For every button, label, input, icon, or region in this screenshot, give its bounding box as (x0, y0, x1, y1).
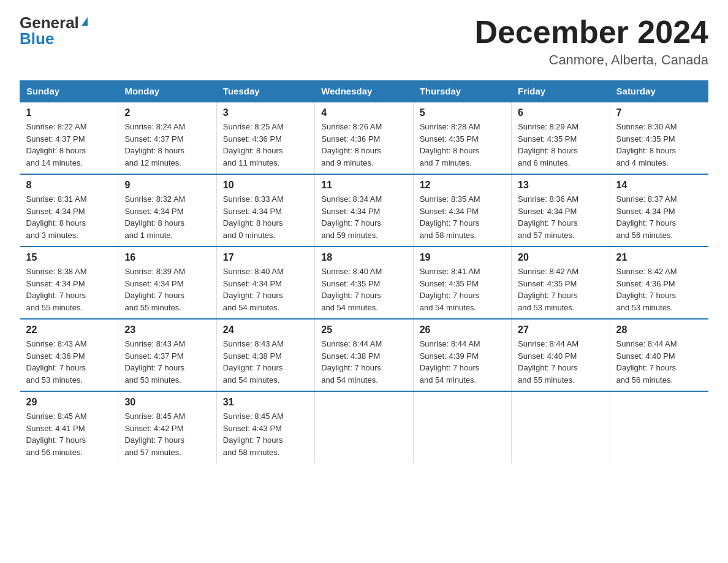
calendar-cell: 2Sunrise: 8:24 AM Sunset: 4:37 PM Daylig… (118, 102, 216, 174)
day-info: Sunrise: 8:40 AM Sunset: 4:34 PM Dayligh… (223, 266, 308, 313)
day-number: 2 (124, 107, 210, 118)
day-number: 22 (26, 324, 112, 335)
day-info: Sunrise: 8:30 AM Sunset: 4:35 PM Dayligh… (616, 121, 702, 169)
calendar-cell: 9Sunrise: 8:32 AM Sunset: 4:34 PM Daylig… (118, 174, 216, 247)
header-cell-tuesday: Tuesday (216, 81, 314, 102)
day-info: Sunrise: 8:37 AM Sunset: 4:34 PM Dayligh… (616, 193, 702, 241)
day-info: Sunrise: 8:22 AM Sunset: 4:37 PM Dayligh… (26, 121, 112, 169)
day-number: 25 (321, 324, 406, 335)
page-header: General Blue December 2024 Canmore, Albe… (20, 15, 708, 68)
week-row-1: 1Sunrise: 8:22 AM Sunset: 4:37 PM Daylig… (20, 102, 708, 174)
calendar-cell: 5Sunrise: 8:28 AM Sunset: 4:35 PM Daylig… (413, 102, 511, 174)
calendar-cell: 18Sunrise: 8:40 AM Sunset: 4:35 PM Dayli… (315, 247, 413, 319)
header-cell-monday: Monday (118, 81, 216, 102)
day-info: Sunrise: 8:34 AM Sunset: 4:34 PM Dayligh… (321, 193, 406, 241)
day-number: 12 (420, 180, 505, 191)
logo-blue-text: Blue (20, 31, 54, 47)
day-info: Sunrise: 8:39 AM Sunset: 4:34 PM Dayligh… (124, 266, 210, 313)
week-row-4: 22Sunrise: 8:43 AM Sunset: 4:36 PM Dayli… (20, 319, 708, 391)
day-number: 18 (321, 252, 406, 263)
calendar-cell: 10Sunrise: 8:33 AM Sunset: 4:34 PM Dayli… (216, 174, 314, 247)
calendar-cell: 26Sunrise: 8:44 AM Sunset: 4:39 PM Dayli… (413, 319, 511, 391)
main-title: December 2024 (474, 15, 708, 50)
day-number: 1 (26, 107, 112, 118)
calendar-cell: 11Sunrise: 8:34 AM Sunset: 4:34 PM Dayli… (315, 174, 413, 247)
day-number: 3 (223, 107, 308, 118)
day-info: Sunrise: 8:43 AM Sunset: 4:38 PM Dayligh… (223, 338, 308, 386)
calendar-cell: 30Sunrise: 8:45 AM Sunset: 4:42 PM Dayli… (118, 391, 216, 463)
calendar-cell (413, 391, 511, 463)
day-number: 29 (26, 397, 112, 408)
calendar-cell: 13Sunrise: 8:36 AM Sunset: 4:34 PM Dayli… (512, 174, 610, 247)
day-info: Sunrise: 8:45 AM Sunset: 4:43 PM Dayligh… (223, 410, 308, 458)
day-number: 30 (124, 397, 210, 408)
day-number: 7 (616, 107, 702, 118)
header-cell-wednesday: Wednesday (315, 81, 413, 102)
calendar-cell: 20Sunrise: 8:42 AM Sunset: 4:35 PM Dayli… (512, 247, 610, 319)
calendar-cell: 28Sunrise: 8:44 AM Sunset: 4:40 PM Dayli… (610, 319, 708, 391)
day-info: Sunrise: 8:38 AM Sunset: 4:34 PM Dayligh… (26, 266, 112, 313)
calendar-cell: 17Sunrise: 8:40 AM Sunset: 4:34 PM Dayli… (216, 247, 314, 319)
day-number: 6 (518, 107, 603, 118)
calendar-cell: 1Sunrise: 8:22 AM Sunset: 4:37 PM Daylig… (20, 102, 118, 174)
day-info: Sunrise: 8:25 AM Sunset: 4:36 PM Dayligh… (223, 121, 308, 169)
day-info: Sunrise: 8:45 AM Sunset: 4:42 PM Dayligh… (124, 410, 210, 458)
week-row-5: 29Sunrise: 8:45 AM Sunset: 4:41 PM Dayli… (20, 391, 708, 463)
calendar-cell: 27Sunrise: 8:44 AM Sunset: 4:40 PM Dayli… (512, 319, 610, 391)
day-info: Sunrise: 8:35 AM Sunset: 4:34 PM Dayligh… (420, 193, 505, 241)
day-info: Sunrise: 8:41 AM Sunset: 4:35 PM Dayligh… (420, 266, 505, 313)
day-info: Sunrise: 8:40 AM Sunset: 4:35 PM Dayligh… (321, 266, 406, 313)
calendar-cell: 25Sunrise: 8:44 AM Sunset: 4:38 PM Dayli… (315, 319, 413, 391)
day-number: 20 (518, 252, 603, 263)
day-info: Sunrise: 8:29 AM Sunset: 4:35 PM Dayligh… (518, 121, 603, 169)
calendar-cell: 24Sunrise: 8:43 AM Sunset: 4:38 PM Dayli… (216, 319, 314, 391)
day-info: Sunrise: 8:36 AM Sunset: 4:34 PM Dayligh… (518, 193, 603, 241)
day-info: Sunrise: 8:44 AM Sunset: 4:38 PM Dayligh… (321, 338, 406, 386)
calendar-cell: 7Sunrise: 8:30 AM Sunset: 4:35 PM Daylig… (610, 102, 708, 174)
header-cell-saturday: Saturday (610, 81, 708, 102)
day-number: 24 (223, 324, 308, 335)
day-info: Sunrise: 8:33 AM Sunset: 4:34 PM Dayligh… (223, 193, 308, 241)
day-number: 11 (321, 180, 406, 191)
title-block: December 2024 Canmore, Alberta, Canada (474, 15, 708, 68)
day-info: Sunrise: 8:43 AM Sunset: 4:37 PM Dayligh… (124, 338, 210, 386)
day-info: Sunrise: 8:44 AM Sunset: 4:40 PM Dayligh… (518, 338, 603, 386)
day-number: 26 (420, 324, 505, 335)
calendar-cell: 3Sunrise: 8:25 AM Sunset: 4:36 PM Daylig… (216, 102, 314, 174)
day-info: Sunrise: 8:28 AM Sunset: 4:35 PM Dayligh… (420, 121, 505, 169)
day-info: Sunrise: 8:42 AM Sunset: 4:36 PM Dayligh… (616, 266, 702, 313)
subtitle: Canmore, Alberta, Canada (474, 52, 708, 68)
day-info: Sunrise: 8:26 AM Sunset: 4:36 PM Dayligh… (321, 121, 406, 169)
calendar-cell: 21Sunrise: 8:42 AM Sunset: 4:36 PM Dayli… (610, 247, 708, 319)
day-info: Sunrise: 8:31 AM Sunset: 4:34 PM Dayligh… (26, 193, 112, 241)
day-info: Sunrise: 8:44 AM Sunset: 4:39 PM Dayligh… (420, 338, 505, 386)
header-cell-sunday: Sunday (20, 81, 118, 102)
day-number: 17 (223, 252, 308, 263)
day-info: Sunrise: 8:42 AM Sunset: 4:35 PM Dayligh… (518, 266, 603, 313)
calendar-cell: 19Sunrise: 8:41 AM Sunset: 4:35 PM Dayli… (413, 247, 511, 319)
calendar-cell: 31Sunrise: 8:45 AM Sunset: 4:43 PM Dayli… (216, 391, 314, 463)
logo: General Blue (20, 15, 88, 47)
calendar-cell: 23Sunrise: 8:43 AM Sunset: 4:37 PM Dayli… (118, 319, 216, 391)
calendar-cell: 22Sunrise: 8:43 AM Sunset: 4:36 PM Dayli… (20, 319, 118, 391)
calendar-header-row: SundayMondayTuesdayWednesdayThursdayFrid… (20, 81, 708, 102)
calendar-cell: 29Sunrise: 8:45 AM Sunset: 4:41 PM Dayli… (20, 391, 118, 463)
day-number: 10 (223, 180, 308, 191)
day-number: 4 (321, 107, 406, 118)
day-number: 5 (420, 107, 505, 118)
logo-general-text: General (20, 15, 79, 31)
day-number: 13 (518, 180, 603, 191)
logo-triangle-icon (82, 17, 88, 26)
header-cell-friday: Friday (512, 81, 610, 102)
week-row-2: 8Sunrise: 8:31 AM Sunset: 4:34 PM Daylig… (20, 174, 708, 247)
calendar-cell: 16Sunrise: 8:39 AM Sunset: 4:34 PM Dayli… (118, 247, 216, 319)
day-number: 14 (616, 180, 702, 191)
header-cell-thursday: Thursday (413, 81, 511, 102)
day-info: Sunrise: 8:32 AM Sunset: 4:34 PM Dayligh… (124, 193, 210, 241)
day-number: 31 (223, 397, 308, 408)
calendar-cell (315, 391, 413, 463)
day-number: 19 (420, 252, 505, 263)
calendar-cell: 12Sunrise: 8:35 AM Sunset: 4:34 PM Dayli… (413, 174, 511, 247)
calendar-table: SundayMondayTuesdayWednesdayThursdayFrid… (20, 80, 708, 463)
day-info: Sunrise: 8:24 AM Sunset: 4:37 PM Dayligh… (124, 121, 210, 169)
